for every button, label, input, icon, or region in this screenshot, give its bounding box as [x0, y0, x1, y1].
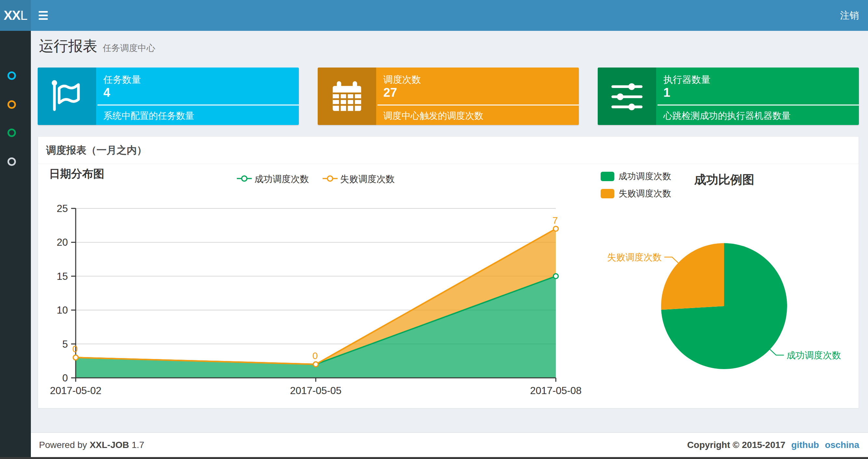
legend-swatch-icon: [601, 172, 614, 181]
report-panel: 调度报表（一月之内） 日期分布图 成功调度次数 失败调度次数 051015202…: [38, 136, 859, 408]
legend-item-success[interactable]: 成功调度次数: [237, 173, 309, 185]
page-title: 运行报表: [39, 38, 97, 54]
github-link[interactable]: github: [791, 440, 819, 450]
svg-text:2017-05-02: 2017-05-02: [50, 385, 102, 396]
card-description: 调度中心触发的调度次数: [383, 110, 484, 122]
page-header: 运行报表任务调度中心: [39, 36, 155, 56]
logout-link[interactable]: 注销: [831, 0, 868, 31]
svg-text:7: 7: [553, 215, 558, 226]
left-sidebar: [0, 31, 31, 457]
card-title: 调度次数: [383, 73, 421, 86]
line-chart-svg: 05101520252017-05-022017-05-052017-05-08…: [39, 195, 585, 408]
svg-text:2017-05-05: 2017-05-05: [290, 385, 342, 396]
legend-item-fail[interactable]: 失败调度次数: [601, 188, 671, 199]
card-value: 27: [383, 86, 397, 100]
page-subtitle: 任务调度中心: [103, 43, 155, 53]
flag-icon: [50, 79, 84, 113]
oschina-link[interactable]: oschina: [825, 440, 859, 450]
line-chart-title: 日期分布图: [49, 166, 104, 182]
svg-text:25: 25: [57, 203, 68, 214]
stat-card-jobs: 任务数量 4 系统中配置的任务数量: [38, 67, 299, 125]
copyright-label: Copyright © 2015-2017: [687, 440, 785, 450]
svg-text:成功调度次数: 成功调度次数: [786, 350, 841, 360]
card-icon-area: [318, 67, 376, 125]
card-divider: [97, 104, 299, 105]
legend-label: 失败调度次数: [340, 173, 395, 185]
svg-text:10: 10: [57, 304, 68, 316]
circle-o-icon: [7, 158, 16, 166]
card-description: 心跳检测成功的执行器机器数量: [663, 110, 791, 122]
svg-text:0: 0: [62, 372, 68, 384]
card-value: 4: [103, 86, 110, 100]
svg-text:0: 0: [72, 343, 78, 354]
svg-text:20: 20: [57, 237, 68, 248]
svg-text:失败调度次数: 失败调度次数: [607, 252, 662, 262]
line-chart-legend: 成功调度次数 失败调度次数: [237, 173, 395, 185]
legend-label: 成功调度次数: [254, 173, 309, 185]
top-navbar: XXL 注销: [0, 0, 868, 31]
hamburger-icon: [39, 18, 48, 20]
card-divider: [657, 104, 859, 105]
product-version: 1.7: [131, 440, 144, 450]
sidebar-toggle-button[interactable]: [31, 0, 56, 31]
card-icon-area: [38, 67, 96, 125]
legend-swatch-icon: [601, 189, 614, 198]
product-name: XXL-JOB: [90, 440, 129, 450]
copyright-text: Copyright © 2015-2017 github oschina: [687, 433, 859, 457]
card-value: 1: [663, 86, 670, 100]
legend-label: 成功调度次数: [619, 170, 671, 182]
logo-text-bold: XX: [4, 8, 20, 23]
svg-text:0: 0: [312, 350, 318, 361]
sliders-icon: [610, 79, 644, 113]
line-circle-marker-icon: [237, 175, 252, 184]
logo-text-light: L: [21, 8, 27, 23]
stat-card-executors: 执行器数量 1 心跳检测成功的执行器机器数量: [598, 67, 859, 125]
sidebar-item-2[interactable]: [7, 90, 19, 119]
legend-item-success[interactable]: 成功调度次数: [601, 170, 671, 182]
card-title: 执行器数量: [663, 73, 710, 86]
page-footer: Powered by XXL-JOB 1.7 Copyright © 2015-…: [31, 432, 868, 457]
sidebar-item-1[interactable]: [7, 61, 19, 90]
card-title: 任务数量: [103, 73, 141, 86]
calendar-icon: [330, 79, 364, 113]
pie-chart-title: 成功比例图: [694, 172, 754, 188]
hamburger-icon: [39, 14, 48, 16]
circle-o-icon: [7, 71, 16, 80]
svg-text:5: 5: [62, 338, 68, 350]
pie-chart-svg: 成功调度次数失败调度次数: [598, 200, 858, 411]
stat-card-triggers: 调度次数 27 调度中心触发的调度次数: [318, 67, 579, 125]
card-divider: [377, 104, 579, 105]
window-bottom-edge: [0, 457, 868, 459]
legend-label: 失败调度次数: [619, 188, 671, 199]
line-circle-marker-icon: [322, 175, 338, 184]
panel-header: 调度报表（一月之内）: [38, 137, 859, 164]
powered-prefix: Powered by: [39, 440, 87, 450]
pie-chart-legend: 成功调度次数 失败调度次数: [601, 170, 671, 199]
app-logo[interactable]: XXL: [0, 0, 31, 31]
circle-o-icon: [7, 100, 16, 109]
hamburger-icon: [39, 11, 48, 13]
svg-text:2017-05-08: 2017-05-08: [530, 385, 582, 396]
sidebar-item-3[interactable]: [7, 118, 19, 147]
powered-by-text: Powered by XXL-JOB 1.7: [39, 433, 144, 457]
legend-item-fail[interactable]: 失败调度次数: [322, 173, 395, 185]
panel-title: 调度报表（一月之内）: [46, 137, 147, 164]
sidebar-item-4[interactable]: [7, 147, 19, 176]
card-description: 系统中配置的任务数量: [103, 110, 194, 122]
card-icon-area: [598, 67, 656, 125]
svg-text:15: 15: [57, 271, 68, 282]
circle-o-icon: [7, 129, 16, 137]
